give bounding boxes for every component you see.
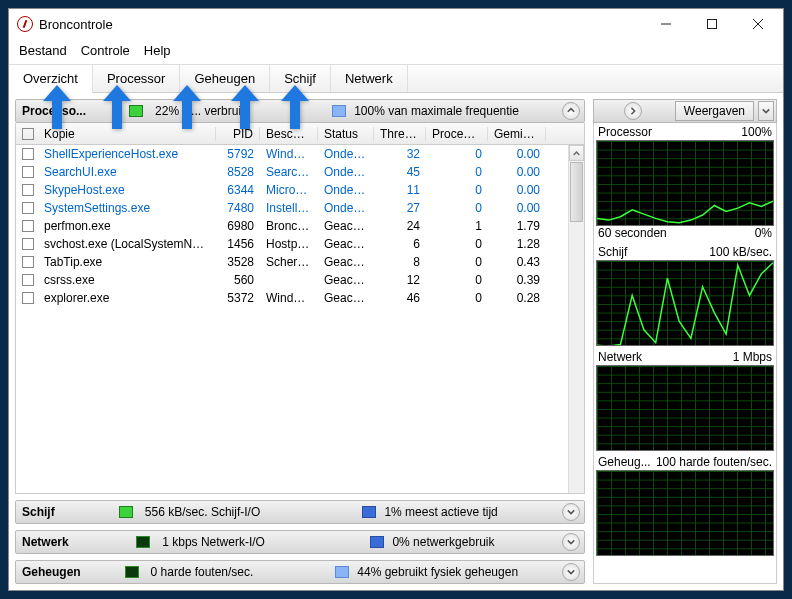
disk-io-stat: 556 kB/sec. Schijf-I/O [145,505,260,519]
scroll-thumb[interactable] [570,162,583,222]
views-button[interactable]: Weergaven [675,101,754,121]
cell-status: Onderb... [318,201,374,215]
panel-title: Netwerk [22,535,69,549]
table-row[interactable]: SkypeHost.exe6344Microso...Onderb...1100… [16,181,584,199]
cpu-freq-stat: 100% van maximale frequentie [354,104,519,118]
net-io-stat: 1 kbps Netwerk-I/O [162,535,265,549]
left-pane: Processo... 22% C... verbrui... 100% van… [15,99,585,584]
app-icon [17,16,33,32]
panel-title: Schijf [22,505,55,519]
cell-name: SearchUI.exe [38,165,216,179]
views-dropdown[interactable] [758,101,774,121]
tab-geheugen[interactable]: Geheugen [180,65,270,92]
titlebar: Broncontrole [9,9,783,39]
col-processor[interactable]: Processor [426,127,488,141]
cell-pid: 7480 [216,201,260,215]
cell-avg: 0.00 [488,165,546,179]
cell-threads: 11 [374,183,426,197]
cell-desc: Bronco... [260,219,318,233]
processor-panel: Processo... 22% C... verbrui... 100% van… [15,99,585,494]
row-checkbox[interactable] [22,292,34,304]
col-kopie[interactable]: Kopie [38,127,216,141]
row-checkbox[interactable] [22,274,34,286]
cell-threads: 24 [374,219,426,233]
cell-status: Geactiv... [318,291,374,305]
col-gemiddeld[interactable]: Gemidd... [488,127,546,141]
app-window: Broncontrole Bestand Controle Help Overz… [8,8,784,591]
cell-processor: 0 [426,273,488,287]
mem-faults-stat: 0 harde fouten/sec. [151,565,254,579]
cell-avg: 0.43 [488,255,546,269]
menu-help[interactable]: Help [144,43,171,58]
tab-netwerk[interactable]: Netwerk [331,65,408,92]
cell-status: Geactiv... [318,219,374,233]
cpu-usage-swatch [129,105,143,117]
expand-button[interactable] [562,563,580,581]
cell-processor: 0 [426,165,488,179]
col-status[interactable]: Status [318,127,374,141]
table-row[interactable]: SearchUI.exe8528Search ...Onderb...4500.… [16,163,584,181]
row-checkbox[interactable] [22,220,34,232]
collapse-right-button[interactable] [624,102,642,120]
chart-scale: 100 harde fouten/sec. [656,455,772,469]
select-all-checkbox[interactable] [22,128,34,140]
col-threads[interactable]: Threads [374,127,426,141]
cell-avg: 1.79 [488,219,546,233]
menu-bestand[interactable]: Bestand [19,43,67,58]
minimize-button[interactable] [643,9,689,39]
cell-processor: 0 [426,201,488,215]
cell-threads: 45 [374,165,426,179]
cpu-usage-stat: 22% C... verbrui... [155,104,251,118]
cell-pid: 8528 [216,165,260,179]
close-button[interactable] [735,9,781,39]
row-checkbox[interactable] [22,184,34,196]
cell-avg: 0.28 [488,291,546,305]
cell-avg: 0.39 [488,273,546,287]
geheugen-header[interactable]: Geheugen 0 harde fouten/sec. 44% gebruik… [15,560,585,584]
tab-schijf[interactable]: Schijf [270,65,331,92]
schijf-header[interactable]: Schijf 556 kB/sec. Schijf-I/O 1% meest a… [15,500,585,524]
processor-header[interactable]: Processo... 22% C... verbrui... 100% van… [15,99,585,123]
row-checkbox[interactable] [22,148,34,160]
table-row[interactable]: TabTip.exe3528Scherm...Geactiv...800.43 [16,253,584,271]
table-row[interactable]: ShellExperienceHost.exe5792Window...Onde… [16,145,584,163]
table-row[interactable]: explorer.exe5372Window...Geactiv...4600.… [16,289,584,307]
table-row[interactable]: perfmon.exe6980Bronco...Geactiv...2411.7… [16,217,584,235]
vertical-scrollbar[interactable] [568,145,584,493]
table-row[interactable]: SystemSettings.exe7480Instellin...Onderb… [16,199,584,217]
collapse-button[interactable] [562,102,580,120]
row-checkbox[interactable] [22,202,34,214]
menu-controle[interactable]: Controle [81,43,130,58]
window-controls [643,9,781,39]
tab-overzicht[interactable]: Overzicht [9,65,93,93]
col-beschrijving[interactable]: Beschrijv... [260,127,318,141]
cell-desc: Scherm... [260,255,318,269]
netwerk-header[interactable]: Netwerk 1 kbps Netwerk-I/O 0% netwerkgeb… [15,530,585,554]
mem-usage-stat: 44% gebruikt fysiek geheugen [357,565,518,579]
chart-box: Geheug...100 harde fouten/sec. [596,455,774,556]
process-grid: Kopie PID Beschrijv... Status Threads Pr… [15,123,585,494]
chart-box: Schijf100 kB/sec. [596,245,774,346]
chart-title: Geheug... [598,455,651,469]
scroll-up-button[interactable] [569,145,584,161]
grid-body: ShellExperienceHost.exe5792Window...Onde… [16,145,584,307]
expand-button[interactable] [562,533,580,551]
row-checkbox[interactable] [22,166,34,178]
table-row[interactable]: svchost.exe (LocalSystemNetwo...1456Host… [16,235,584,253]
chart-x-left: 60 seconden [598,226,667,240]
col-pid[interactable]: PID [216,127,260,141]
expand-button[interactable] [562,503,580,521]
cell-threads: 12 [374,273,426,287]
table-row[interactable]: csrss.exe560Geactiv...1200.39 [16,271,584,289]
row-checkbox[interactable] [22,238,34,250]
cell-pid: 560 [216,273,260,287]
cell-name: TabTip.exe [38,255,216,269]
maximize-button[interactable] [689,9,735,39]
row-checkbox[interactable] [22,256,34,268]
chart-canvas [596,260,774,346]
chart-box: Netwerk1 Mbps [596,350,774,451]
cell-threads: 46 [374,291,426,305]
cell-threads: 32 [374,147,426,161]
tab-processor[interactable]: Processor [93,65,181,92]
panel-title: Geheugen [22,565,81,579]
